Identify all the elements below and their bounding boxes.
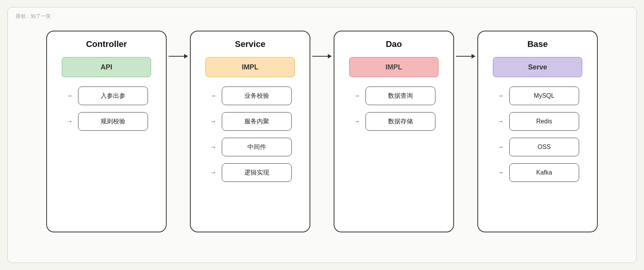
arrow-icon: → [66, 118, 73, 125]
canvas: 原创：知了一笑 ControllerAPI→入参出参→规则校验ServiceIM… [7, 7, 637, 263]
arrow-icon: → [354, 118, 360, 125]
sub-box: 业务校验 [222, 87, 292, 105]
arrow-icon: → [210, 118, 216, 125]
watermark: 原创：知了一笑 [16, 13, 51, 20]
main-box-controller: API [62, 57, 151, 77]
sub-box: 服务内聚 [222, 112, 292, 131]
panel-service: ServiceIMPL→业务校验→服务内聚→中间件→逻辑实现 [190, 31, 310, 232]
list-item: →数据存储 [354, 112, 435, 131]
list-item: →数据查询 [354, 87, 435, 105]
line-icon [456, 56, 472, 57]
sub-box: OSS [509, 138, 579, 156]
connector [167, 31, 190, 59]
arrow-icon: → [498, 118, 504, 125]
arrow-icon: → [498, 169, 504, 176]
sub-box: 规则校验 [78, 112, 148, 131]
sub-box: Redis [509, 112, 579, 131]
sub-box: Kafka [509, 163, 579, 182]
arrowhead-icon [328, 54, 332, 59]
sub-items-service: →业务校验→服务内聚→中间件→逻辑实现 [198, 87, 302, 182]
sub-box: 中间件 [222, 138, 292, 156]
main-box-dao: IMPL [349, 57, 439, 77]
arrowhead-icon [472, 54, 475, 59]
connector [454, 31, 477, 59]
sub-box: 入参出参 [78, 87, 148, 105]
panel-title-service: Service [235, 39, 265, 49]
sub-box: MySQL [509, 87, 579, 105]
arrow-icon: → [210, 144, 216, 151]
list-item: →逻辑实现 [210, 163, 292, 182]
main-box-base: Serve [493, 57, 582, 77]
sub-box: 逻辑实现 [222, 163, 292, 182]
arrow-icon: → [498, 92, 504, 99]
connector [310, 31, 334, 59]
list-item: →规则校验 [66, 112, 148, 131]
list-item: →入参出参 [66, 87, 148, 105]
diagram: ControllerAPI→入参出参→规则校验ServiceIMPL→业务校验→… [16, 31, 628, 248]
list-item: →业务校验 [210, 87, 292, 105]
sub-items-base: →MySQL→Redis→OSS→Kafka [486, 87, 589, 182]
arrow-icon: → [354, 92, 360, 99]
list-item: →Kafka [498, 163, 579, 182]
sub-items-dao: →数据查询→数据存储 [342, 87, 446, 131]
list-item: →服务内聚 [210, 112, 292, 131]
arrowhead-icon [184, 54, 188, 59]
panel-title-base: Base [527, 39, 548, 49]
panel-dao: DaoIMPL→数据查询→数据存储 [334, 31, 454, 232]
sub-items-controller: →入参出参→规则校验 [55, 87, 158, 131]
panel-base: BaseServe→MySQL→Redis→OSS→Kafka [477, 31, 598, 232]
panel-title-controller: Controller [86, 39, 127, 49]
sub-box: 数据查询 [366, 87, 435, 105]
arrow-icon: → [210, 169, 216, 176]
line-icon [312, 56, 328, 57]
main-box-service: IMPL [205, 57, 295, 77]
line-icon [169, 56, 184, 57]
list-item: →中间件 [210, 138, 292, 156]
list-item: →Redis [498, 112, 579, 131]
panel-title-dao: Dao [386, 39, 402, 49]
arrow-icon: → [210, 92, 216, 99]
arrow-icon: → [66, 92, 73, 99]
list-item: →OSS [498, 138, 579, 156]
panel-controller: ControllerAPI→入参出参→规则校验 [46, 31, 167, 232]
sub-box: 数据存储 [366, 112, 435, 131]
list-item: →MySQL [498, 87, 579, 105]
arrow-icon: → [498, 144, 504, 151]
